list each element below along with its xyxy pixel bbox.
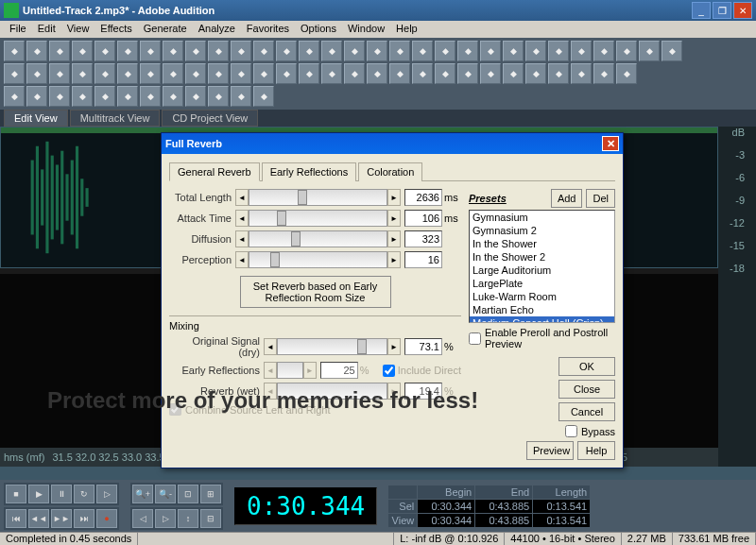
total-length-slider[interactable]	[249, 189, 387, 206]
toolbar-button[interactable]: ◆	[389, 41, 410, 61]
toolbar-button[interactable]: ◆	[185, 41, 206, 61]
pause-button[interactable]: ⏸	[51, 485, 72, 503]
close-dialog-button[interactable]: Close	[558, 380, 615, 399]
zoom-full-button[interactable]: ⊡	[178, 485, 198, 503]
toolbar-button[interactable]: ◆	[208, 63, 229, 84]
toolbar-button[interactable]: ◆	[344, 41, 365, 61]
bypass-checkbox[interactable]	[565, 425, 577, 437]
perception-inc[interactable]: ►	[387, 251, 401, 268]
perception-dec[interactable]: ◄	[235, 251, 249, 268]
toolbar-button[interactable]: ◆	[140, 86, 161, 107]
toolbar-button[interactable]: ◆	[26, 41, 47, 61]
toolbar-button[interactable]: ◆	[639, 41, 660, 61]
toolbar-button[interactable]: ◆	[185, 86, 206, 107]
diffusion-dec[interactable]: ◄	[235, 230, 249, 247]
toolbar-button[interactable]: ◆	[593, 63, 614, 84]
toolbar-button[interactable]: ◆	[480, 63, 501, 84]
toolbar-button[interactable]: ◆	[4, 86, 25, 107]
set-reverb-button[interactable]: Set Reverb based on Early Reflection Roo…	[240, 276, 391, 308]
toolbar-button[interactable]: ◆	[72, 41, 93, 61]
toolbar-button[interactable]: ◆	[593, 41, 614, 61]
original-slider[interactable]	[277, 338, 387, 355]
toolbar-button[interactable]: ◆	[480, 41, 501, 61]
toolbar-button[interactable]: ◆	[140, 41, 161, 61]
zoom-out-button[interactable]: 🔍-	[155, 485, 176, 503]
preset-item[interactable]: Gymnasium	[470, 211, 614, 224]
toolbar-button[interactable]: ◆	[140, 63, 161, 84]
preset-item[interactable]: Medium Concert Hall (Crisp)	[470, 316, 614, 323]
preset-item[interactable]: In the Shower	[470, 237, 614, 250]
tab-coloration[interactable]: Coloration	[358, 162, 422, 181]
toolbar-button[interactable]: ◆	[49, 63, 70, 84]
perception-input[interactable]	[404, 251, 442, 268]
toolbar-button[interactable]: ◆	[435, 63, 455, 84]
toolbar-button[interactable]: ◆	[435, 41, 455, 61]
original-input[interactable]	[404, 338, 442, 355]
zoom-in-button[interactable]: 🔍+	[132, 485, 153, 503]
go-start-button[interactable]: ⏮	[6, 509, 26, 528]
toolbar-button[interactable]: ◆	[117, 63, 138, 84]
toolbar-button[interactable]: ◆	[344, 63, 365, 84]
zoom-in-right-button[interactable]: ▷	[155, 509, 176, 528]
toolbar-button[interactable]: ◆	[253, 63, 274, 84]
play-selection-button[interactable]: ▷	[96, 485, 117, 503]
toolbar-button[interactable]: ◆	[321, 63, 342, 84]
toolbar-button[interactable]: ◆	[412, 63, 433, 84]
preset-item[interactable]: In the Shower 2	[470, 250, 614, 264]
diffusion-input[interactable]	[404, 230, 442, 247]
total-length-inc[interactable]: ►	[387, 189, 401, 206]
toolbar-button[interactable]: ◆	[457, 41, 478, 61]
include-direct-checkbox[interactable]	[383, 365, 395, 377]
attack-time-input[interactable]	[404, 210, 442, 227]
menu-window[interactable]: Window	[342, 21, 390, 38]
toolbar-button[interactable]: ◆	[367, 63, 387, 84]
help-button[interactable]: Help	[577, 441, 615, 460]
toolbar-button[interactable]: ◆	[163, 41, 183, 61]
toolbar-button[interactable]: ◆	[26, 63, 47, 84]
toolbar-button[interactable]: ◆	[185, 63, 206, 84]
toolbar-button[interactable]: ◆	[253, 41, 274, 61]
toolbar-button[interactable]: ◆	[231, 41, 251, 61]
menu-view[interactable]: View	[61, 21, 95, 38]
toolbar-button[interactable]: ◆	[94, 63, 115, 84]
menu-effects[interactable]: Effects	[94, 21, 137, 38]
toolbar-button[interactable]: ◆	[4, 41, 25, 61]
preset-item[interactable]: Luke-Warm Room	[470, 290, 614, 303]
total-length-dec[interactable]: ◄	[235, 189, 249, 206]
dialog-close-button[interactable]: ✕	[602, 136, 619, 151]
toolbar-button[interactable]: ◆	[412, 41, 433, 61]
toolbar-button[interactable]: ◆	[571, 41, 592, 61]
toolbar-button[interactable]: ◆	[163, 63, 183, 84]
play-button[interactable]: ▶	[28, 485, 49, 503]
toolbar-button[interactable]: ◆	[117, 86, 138, 107]
attack-time-slider[interactable]	[249, 210, 387, 227]
toolbar-button[interactable]: ◆	[321, 41, 342, 61]
menu-favorites[interactable]: Favorites	[241, 21, 295, 38]
forward-button[interactable]: ►►	[51, 509, 72, 528]
toolbar-button[interactable]: ◆	[208, 86, 229, 107]
minimize-button[interactable]: _	[692, 2, 711, 19]
tab-edit-view[interactable]: Edit View	[4, 110, 68, 127]
toolbar-button[interactable]: ◆	[231, 86, 251, 107]
toolbar-button[interactable]: ◆	[163, 86, 183, 107]
toolbar-button[interactable]: ◆	[94, 41, 115, 61]
toolbar-button[interactable]: ◆	[276, 63, 297, 84]
rewind-button[interactable]: ◄◄	[28, 509, 49, 528]
toolbar-button[interactable]: ◆	[662, 41, 682, 61]
go-end-button[interactable]: ⏭	[74, 509, 94, 528]
tab-early-reflections[interactable]: Early Reflections	[262, 162, 357, 181]
toolbar-button[interactable]: ◆	[525, 41, 546, 61]
toolbar-button[interactable]: ◆	[616, 63, 637, 84]
menu-analyze[interactable]: Analyze	[193, 21, 241, 38]
play-loop-button[interactable]: ↻	[74, 485, 94, 503]
enable-preroll-checkbox[interactable]	[469, 332, 481, 345]
toolbar-button[interactable]: ◆	[253, 86, 274, 107]
record-button[interactable]: ●	[96, 509, 117, 528]
toolbar-button[interactable]: ◆	[548, 41, 569, 61]
zoom-selection-button[interactable]: ⊞	[200, 485, 221, 503]
preset-del-button[interactable]: Del	[586, 189, 615, 208]
cancel-button[interactable]: Cancel	[558, 402, 615, 421]
toolbar-button[interactable]: ◆	[49, 86, 70, 107]
zoom-reset-button[interactable]: ⊟	[200, 509, 221, 528]
menu-options[interactable]: Options	[295, 21, 342, 38]
